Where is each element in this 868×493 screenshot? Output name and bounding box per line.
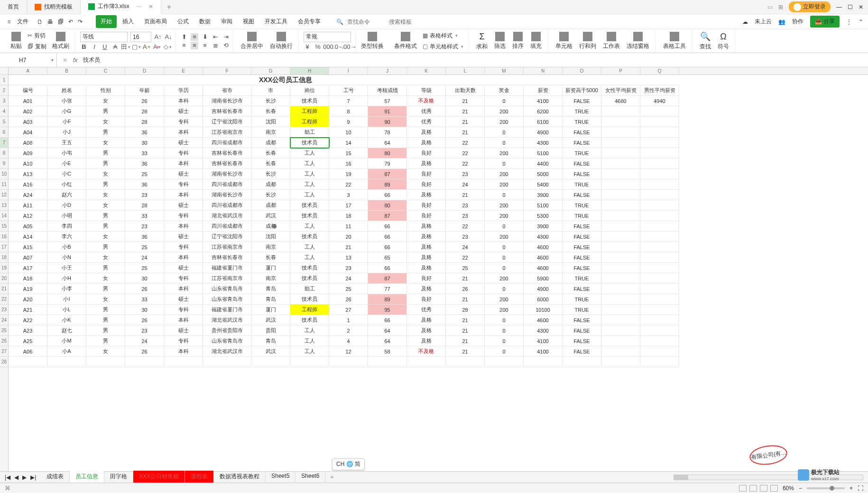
first-sheet-icon[interactable]: |◀ xyxy=(5,474,10,481)
align-left-icon[interactable]: ≡ xyxy=(180,42,188,49)
cell[interactable] xyxy=(601,294,640,305)
cell[interactable]: A11 xyxy=(9,200,47,211)
justify-icon[interactable]: ≣ xyxy=(212,42,219,49)
cut-button[interactable]: ✂ 剪切 xyxy=(26,31,48,41)
more-icon[interactable]: ⋮ xyxy=(846,19,852,25)
cell[interactable]: 专科 xyxy=(164,273,203,284)
share-button[interactable]: 📤 分享 xyxy=(810,16,840,28)
find-button[interactable]: 🔍查找 xyxy=(697,30,714,52)
cell[interactable] xyxy=(640,117,679,127)
cell[interactable]: 200 xyxy=(485,148,524,158)
cell[interactable]: 25 xyxy=(329,284,368,294)
cell[interactable]: 4300 xyxy=(524,232,563,242)
cell[interactable]: 21 xyxy=(446,106,485,117)
cell[interactable]: FALSE xyxy=(563,336,601,346)
sheet-tab-0[interactable]: 成绩表 xyxy=(41,471,70,484)
cell[interactable]: 四川省成都市 xyxy=(203,221,251,232)
cell[interactable] xyxy=(640,158,679,169)
sheet-tab-4[interactable]: 课程表 xyxy=(185,471,214,484)
cell[interactable]: 吉林省长春市 xyxy=(203,148,251,158)
cell[interactable]: 贵阳 xyxy=(251,326,290,336)
collab-icon[interactable]: 👥 xyxy=(778,19,785,25)
cell[interactable]: 男 xyxy=(86,336,125,346)
cell[interactable]: 小王 xyxy=(47,263,86,273)
symbol-button[interactable]: Ω符号 xyxy=(715,31,732,52)
cell[interactable]: 编号 xyxy=(9,85,47,96)
main-tab-5[interactable]: 审阅 xyxy=(216,15,237,28)
row-header-2[interactable]: 2 xyxy=(0,85,8,96)
cell[interactable]: 工人 xyxy=(290,158,329,169)
row-header-6[interactable]: 6 xyxy=(0,127,8,138)
new-tab-button[interactable]: + xyxy=(161,3,177,11)
cell[interactable]: 小张 xyxy=(47,96,86,106)
cell[interactable]: TRUE xyxy=(563,179,601,190)
cell[interactable] xyxy=(640,294,679,305)
cell[interactable]: 长春 xyxy=(251,106,290,117)
zoom-slider[interactable] xyxy=(807,487,845,489)
cell[interactable]: 男 xyxy=(86,284,125,294)
cell[interactable]: 良好 xyxy=(407,211,446,221)
cell[interactable]: 四川省成都市 xyxy=(203,138,251,148)
cell[interactable]: 女 xyxy=(86,138,125,148)
cell[interactable]: 0 xyxy=(485,127,524,138)
row-header-15[interactable]: 15 xyxy=(0,221,8,232)
main-tab-1[interactable]: 插入 xyxy=(118,15,139,28)
cell[interactable] xyxy=(640,315,679,326)
cell[interactable]: 男 xyxy=(86,263,125,273)
cell[interactable]: 福建省厦门市 xyxy=(203,263,251,273)
cell[interactable]: 专科 xyxy=(164,179,203,190)
currency-icon[interactable]: ¥ xyxy=(304,43,311,51)
cell[interactable] xyxy=(601,346,640,357)
cell[interactable]: 33 xyxy=(125,211,164,221)
col-header-A[interactable]: A xyxy=(9,67,47,74)
cell[interactable]: 贵州省贵阳市 xyxy=(203,326,251,336)
cell[interactable]: 青岛 xyxy=(251,294,290,305)
cell[interactable]: 市 xyxy=(251,85,290,96)
row-header-26[interactable]: 26 xyxy=(0,336,8,346)
cell[interactable]: FALSE xyxy=(563,158,601,169)
cell[interactable]: FALSE xyxy=(563,138,601,148)
col-header-I[interactable]: I xyxy=(329,67,368,74)
cell[interactable] xyxy=(640,211,679,221)
cell[interactable]: 28 xyxy=(446,305,485,315)
cancel-edit-icon[interactable]: ✕ xyxy=(63,57,67,64)
cell[interactable]: 66 xyxy=(368,315,407,326)
cell[interactable]: 四川省成都市 xyxy=(203,200,251,211)
cell[interactable]: TRUE xyxy=(563,305,601,315)
main-tab-3[interactable]: 公式 xyxy=(173,15,194,28)
sheet-tab-3[interactable]: XXX公司销售额 xyxy=(133,471,185,484)
fullscreen-icon[interactable]: ⛶ xyxy=(858,485,863,492)
cell[interactable]: 男 xyxy=(86,158,125,169)
preview-icon[interactable]: 🗐 xyxy=(58,19,64,25)
cell[interactable]: FALSE xyxy=(563,315,601,326)
cell[interactable]: 性别 xyxy=(86,85,125,96)
cell[interactable]: TRUE xyxy=(563,200,601,211)
cell[interactable]: 4100 xyxy=(524,346,563,357)
cell[interactable]: 21 xyxy=(446,326,485,336)
cell[interactable]: 4600 xyxy=(524,263,563,273)
cell[interactable]: 8 xyxy=(329,106,368,117)
cell[interactable] xyxy=(563,357,601,367)
cell[interactable] xyxy=(640,75,679,85)
cell[interactable]: 24 xyxy=(125,252,164,263)
row-header-10[interactable]: 10 xyxy=(0,169,8,179)
cell[interactable]: 薪资 xyxy=(524,85,563,96)
cell[interactable]: 湖北省武汉市 xyxy=(203,211,251,221)
sheet-tab-1[interactable]: 员工信息 xyxy=(70,471,104,484)
sort-button[interactable]: 排序 xyxy=(509,31,526,51)
cell[interactable]: 33 xyxy=(125,148,164,158)
cell[interactable] xyxy=(601,148,640,158)
fill-color-icon[interactable]: ▢▾ xyxy=(132,43,140,51)
zoom-thumb[interactable] xyxy=(830,486,834,491)
cell[interactable]: FALSE xyxy=(563,221,601,232)
indent-left-icon[interactable]: ⇤ xyxy=(212,33,219,41)
cell[interactable]: 26 xyxy=(125,96,164,106)
sheet-tab-5[interactable]: 数据透视表教程 xyxy=(214,471,266,484)
row-header-5[interactable]: 5 xyxy=(0,117,8,127)
cell[interactable]: 赵七 xyxy=(47,326,86,336)
wrap-button[interactable]: 自动换行 xyxy=(267,31,295,51)
cell[interactable]: 南京 xyxy=(251,273,290,284)
cell[interactable]: 10100 xyxy=(524,305,563,315)
cell[interactable]: 省市 xyxy=(203,85,251,96)
cell[interactable]: 77 xyxy=(368,284,407,294)
